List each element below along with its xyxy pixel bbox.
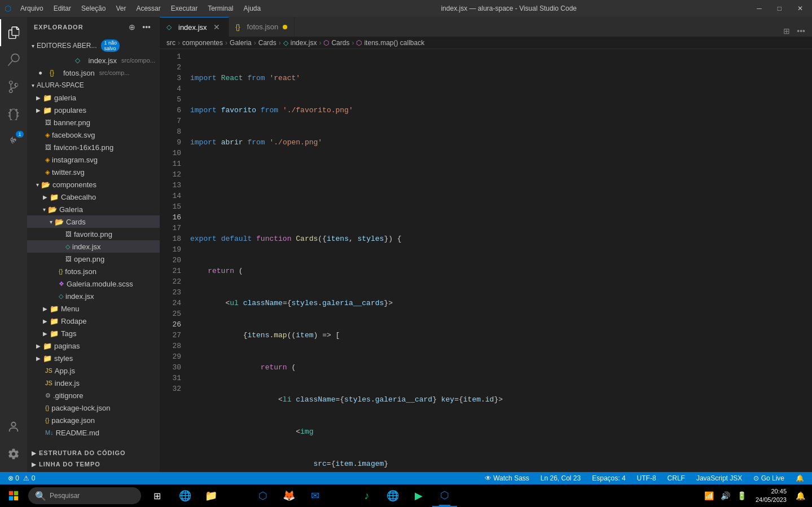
breadcrumb-callback[interactable]: itens.map() callback (364, 39, 424, 47)
edge-taskbar-item[interactable]: 🌐 (173, 484, 197, 507)
line-ending-status[interactable]: CRLF (664, 474, 688, 482)
vscode2-taskbar-item[interactable]: ⬡ (432, 484, 457, 507)
open-editors-header[interactable]: ▾ EDITORES ABER... 1 nãosalvo (27, 37, 160, 54)
notification-icon[interactable]: 🔔 (793, 489, 807, 502)
menu-executar[interactable]: Executar (166, 3, 202, 14)
system-clock[interactable]: 20:45 24/05/2023 (751, 487, 791, 505)
network-icon[interactable]: 📶 (702, 489, 716, 502)
ln-4: 4 (160, 83, 181, 94)
linha-do-tempo-header[interactable]: ▶ LINHA DO TEMPO (27, 458, 160, 470)
code-content[interactable]: import React from 'react' import favorit… (188, 49, 806, 472)
menu-acessar[interactable]: Acessar (131, 3, 165, 14)
task-view-button[interactable]: ⊞ (144, 484, 169, 507)
split-editor-button[interactable]: ⊞ (781, 25, 792, 37)
new-file-button[interactable]: ⊕ (126, 21, 138, 33)
maximize-button[interactable]: □ (773, 2, 786, 15)
activity-settings[interactable] (0, 440, 27, 468)
minimize-button[interactable]: ─ (752, 2, 766, 15)
project-header[interactable]: ▾ ALURA-SPACE (27, 79, 160, 91)
activity-extensions[interactable]: 1 (0, 127, 27, 155)
code-editor[interactable]: 1 2 3 4 5 6 7 8 9 10 11 12 13 14 15 16 1… (160, 49, 812, 472)
battery-icon[interactable]: 🔋 (735, 489, 749, 502)
tree-menu[interactable]: ▶ 📁 Menu (27, 302, 160, 315)
tree-favorito-png[interactable]: 🖼 favorito.png (27, 228, 160, 240)
tree-index-jsx-cards[interactable]: ◇ index.jsx (27, 240, 160, 253)
chrome-taskbar-item[interactable]: ⬤ (225, 484, 249, 507)
tab-fotos-json[interactable]: {} fotos.json (229, 17, 295, 37)
tree-tags[interactable]: ▶ 📁 Tags (27, 327, 160, 340)
watch-sass-status[interactable]: 👁 Watch Sass (481, 474, 533, 482)
tree-open-png[interactable]: 🖼 open.png (27, 253, 160, 265)
tree-package-json[interactable]: {} package.json (27, 414, 160, 426)
tree-galeria-module[interactable]: ❖ Galeria.module.scss (27, 277, 160, 290)
tree-indexjs[interactable]: JS index.js (27, 377, 160, 389)
breadcrumb-src[interactable]: src (166, 39, 175, 47)
menu-editar[interactable]: Editar (49, 3, 76, 14)
tree-favicon[interactable]: 🖼 favicon-16x16.png (27, 141, 160, 153)
store-taskbar-item[interactable]: 🛍 (328, 484, 353, 507)
tree-facebook[interactable]: ◈ facebook.svg (27, 129, 160, 141)
volume-icon[interactable]: 🔊 (718, 489, 732, 502)
tree-galeria-folder[interactable]: ▾ 📂 Galeria (27, 203, 160, 215)
chrome2-taskbar-item[interactable]: 🌐 (380, 484, 405, 507)
taskbar-search-box[interactable]: 🔍 Pesquisar (28, 487, 141, 504)
explorer-taskbar-item[interactable]: 📁 (199, 484, 223, 507)
go-live-status[interactable]: ⊙ Go Live (750, 474, 788, 482)
more-actions-button[interactable]: ••• (140, 21, 153, 33)
activity-debug[interactable] (0, 100, 27, 127)
breadcrumb-componentes[interactable]: componentes (182, 39, 223, 47)
tree-index-jsx-galeria[interactable]: ◇ index.jsx (27, 290, 160, 302)
breadcrumb-index-jsx[interactable]: index.jsx (291, 39, 317, 47)
menu-arquivo[interactable]: Arquivo (16, 3, 48, 14)
breadcrumb-cards[interactable]: Cards (258, 39, 276, 47)
tree-gitignore[interactable]: ⚙ .gitignore (27, 389, 160, 402)
tab-index-jsx[interactable]: ◇ index.jsx ✕ (160, 17, 229, 37)
tree-galeria[interactable]: ▶ 📁 galeria (27, 91, 160, 104)
tree-banner[interactable]: 🖼 banner.png (27, 116, 160, 129)
bell-status[interactable]: 🔔 (792, 474, 807, 482)
close-button[interactable]: ✕ (793, 2, 807, 15)
language-status[interactable]: JavaScript JSX (693, 474, 745, 482)
tree-cards-folder[interactable]: ▾ 📂 Cards (27, 215, 160, 228)
more-tabs-button[interactable]: ••• (795, 25, 807, 37)
errors-status[interactable]: ⊗ 0 ⚠ 0 (5, 474, 38, 482)
activity-search[interactable] (0, 46, 27, 73)
estructura-codigo-header[interactable]: ▶ ESTRUTURA DO CÓDIGO (27, 447, 160, 458)
spaces-status[interactable]: Espaços: 4 (589, 474, 629, 482)
tree-fotos-json[interactable]: {} fotos.json (27, 265, 160, 277)
open-file-fotos-json[interactable]: ● {} fotos.json src/comp... (27, 67, 160, 79)
email-taskbar-item[interactable]: ✉ (302, 484, 327, 507)
ln-10: 10 (160, 148, 181, 158)
spotify-taskbar-item[interactable]: ♪ (354, 484, 379, 507)
tree-twitter[interactable]: ◈ twitter.svg (27, 166, 160, 178)
chrome-icon: ⬤ (231, 490, 243, 502)
vscode-taskbar-item active[interactable]: ⬡ (251, 484, 275, 507)
line-col-status[interactable]: Ln 26, Col 23 (537, 474, 584, 482)
tree-styles[interactable]: ▶ 📁 styles (27, 352, 160, 364)
start-button[interactable] (2, 484, 25, 507)
activity-explorer[interactable] (0, 19, 27, 46)
tree-readme[interactable]: M↓ README.md (27, 426, 160, 439)
open-file-index-jsx[interactable]: ✕ ◇ index.jsx src/compo... (27, 54, 160, 67)
menu-ver[interactable]: Ver (111, 3, 130, 14)
pycharm-taskbar-item[interactable]: ▶ (406, 484, 431, 507)
activity-account[interactable] (0, 413, 27, 440)
tree-appjs[interactable]: JS App.js (27, 364, 160, 377)
tree-componentes[interactable]: ▾ 📂 componentes (27, 178, 160, 191)
tree-cabecalho[interactable]: ▶ 📁 Cabecalho (27, 191, 160, 203)
breadcrumb-cards-fn-label[interactable]: Cards (331, 39, 349, 47)
tree-rodape[interactable]: ▶ 📁 Rodape (27, 315, 160, 327)
breadcrumb-galeria[interactable]: Galeria (230, 39, 252, 47)
tab-modified-dot (283, 25, 287, 29)
activity-git[interactable] (0, 73, 27, 100)
tab-close-button[interactable]: ✕ (212, 22, 222, 32)
menu-terminal[interactable]: Terminal (203, 3, 238, 14)
menu-selecao[interactable]: Seleção (77, 3, 110, 14)
tree-instagram[interactable]: ◈ instagram.svg (27, 153, 160, 166)
tree-paginas[interactable]: ▶ 📁 paginas (27, 340, 160, 352)
tree-populares[interactable]: ▶ 📁 populares (27, 104, 160, 116)
firefox-taskbar-item[interactable]: 🦊 (276, 484, 301, 507)
menu-ajuda[interactable]: Ajuda (239, 3, 266, 14)
encoding-status[interactable]: UTF-8 (634, 474, 660, 482)
tree-package-lock[interactable]: {} package-lock.json (27, 402, 160, 414)
